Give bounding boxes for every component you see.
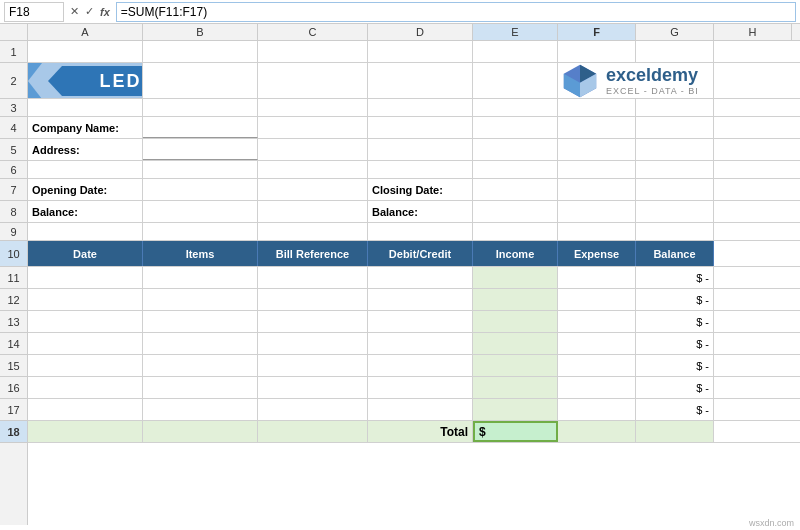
cell-h5[interactable]	[636, 139, 714, 160]
cell-h13-balance[interactable]: $ -	[636, 311, 714, 332]
cell-e17[interactable]	[368, 399, 473, 420]
row-num-7[interactable]: 7	[0, 179, 27, 201]
cell-g17[interactable]	[558, 399, 636, 420]
cell-d11[interactable]	[258, 267, 368, 288]
cell-d8[interactable]	[258, 201, 368, 222]
cell-h6[interactable]	[636, 161, 714, 178]
cell-c5-address-value[interactable]	[143, 139, 258, 160]
cell-c4-company-value[interactable]	[143, 117, 258, 138]
cell-g3[interactable]	[558, 99, 636, 116]
cell-d5[interactable]	[258, 139, 368, 160]
cell-h15-balance[interactable]: $ -	[636, 355, 714, 376]
cell-b17[interactable]	[28, 399, 143, 420]
cell-g5[interactable]	[558, 139, 636, 160]
row-num-2[interactable]: 2	[0, 63, 27, 99]
row-num-3[interactable]: 3	[0, 99, 27, 117]
cell-d4[interactable]	[258, 117, 368, 138]
col-header-d[interactable]: D	[368, 24, 473, 40]
cell-g1[interactable]	[558, 41, 636, 62]
cell-b15[interactable]	[28, 355, 143, 376]
cell-g11[interactable]	[558, 267, 636, 288]
col-header-g[interactable]: G	[636, 24, 714, 40]
cell-h12-balance[interactable]: $ -	[636, 289, 714, 310]
col-header-c[interactable]: C	[258, 24, 368, 40]
cell-e4[interactable]	[368, 117, 473, 138]
row-num-12[interactable]: 12	[0, 289, 27, 311]
cell-c6[interactable]	[143, 161, 258, 178]
cell-g4[interactable]	[558, 117, 636, 138]
cell-g14[interactable]	[558, 333, 636, 354]
col-header-e[interactable]: E	[473, 24, 558, 40]
cell-h18-total-balance[interactable]	[636, 421, 714, 442]
cell-h1[interactable]	[636, 41, 714, 62]
cell-d18[interactable]	[258, 421, 368, 442]
cell-f15[interactable]	[473, 355, 558, 376]
cell-h17-balance[interactable]: $ -	[636, 399, 714, 420]
cell-f13[interactable]	[473, 311, 558, 332]
cell-e12[interactable]	[368, 289, 473, 310]
cell-c11[interactable]	[143, 267, 258, 288]
cell-b1[interactable]	[28, 41, 143, 62]
cell-d13[interactable]	[258, 311, 368, 332]
cancel-icon[interactable]: ✕	[68, 5, 81, 18]
cell-b12[interactable]	[28, 289, 143, 310]
cell-f14[interactable]	[473, 333, 558, 354]
cell-b13[interactable]	[28, 311, 143, 332]
cell-f16[interactable]	[473, 377, 558, 398]
cell-e13[interactable]	[368, 311, 473, 332]
cell-e14[interactable]	[368, 333, 473, 354]
formula-input[interactable]	[116, 2, 796, 22]
row-num-10[interactable]: 10	[0, 241, 27, 267]
cell-f18-total-income[interactable]: $	[473, 421, 558, 442]
cell-f11[interactable]	[473, 267, 558, 288]
row-num-18[interactable]: 18	[0, 421, 27, 443]
cell-d9[interactable]	[258, 223, 368, 240]
cell-h11-balance[interactable]: $ -	[636, 267, 714, 288]
row-num-9[interactable]: 9	[0, 223, 27, 241]
cell-c7-opening-date-value[interactable]	[143, 179, 258, 200]
cell-h14-balance[interactable]: $ -	[636, 333, 714, 354]
cell-h16-balance[interactable]: $ -	[636, 377, 714, 398]
cell-b3[interactable]	[28, 99, 143, 116]
cell-c12[interactable]	[143, 289, 258, 310]
cell-g13[interactable]	[558, 311, 636, 332]
cell-d15[interactable]	[258, 355, 368, 376]
cell-g6[interactable]	[558, 161, 636, 178]
cell-e6[interactable]	[368, 161, 473, 178]
row-num-14[interactable]: 14	[0, 333, 27, 355]
cell-f9[interactable]	[473, 223, 558, 240]
cell-c17[interactable]	[143, 399, 258, 420]
row-num-8[interactable]: 8	[0, 201, 27, 223]
cell-f7-closing-date-value[interactable]	[473, 179, 558, 200]
cell-d12[interactable]	[258, 289, 368, 310]
cell-f3[interactable]	[473, 99, 558, 116]
cell-c9[interactable]	[143, 223, 258, 240]
cell-f2[interactable]	[473, 63, 558, 98]
cell-e9[interactable]	[368, 223, 473, 240]
cell-d14[interactable]	[258, 333, 368, 354]
cell-e2[interactable]	[368, 63, 473, 98]
cell-f12[interactable]	[473, 289, 558, 310]
cell-c15[interactable]	[143, 355, 258, 376]
cell-h2[interactable]	[636, 63, 714, 98]
cell-b16[interactable]	[28, 377, 143, 398]
cell-d1[interactable]	[258, 41, 368, 62]
cell-g15[interactable]	[558, 355, 636, 376]
cell-h4[interactable]	[636, 117, 714, 138]
row-num-11[interactable]: 11	[0, 267, 27, 289]
cell-h8[interactable]	[636, 201, 714, 222]
cell-c13[interactable]	[143, 311, 258, 332]
cell-c16[interactable]	[143, 377, 258, 398]
cell-b6[interactable]	[28, 161, 143, 178]
cell-d16[interactable]	[258, 377, 368, 398]
cell-b11[interactable]	[28, 267, 143, 288]
row-num-4[interactable]: 4	[0, 117, 27, 139]
cell-d2[interactable]	[258, 63, 368, 98]
cell-f6[interactable]	[473, 161, 558, 178]
row-num-6[interactable]: 6	[0, 161, 27, 179]
cell-d7[interactable]	[258, 179, 368, 200]
col-header-h[interactable]: H	[714, 24, 792, 40]
cell-c18[interactable]	[143, 421, 258, 442]
cell-e11[interactable]	[368, 267, 473, 288]
row-num-17[interactable]: 17	[0, 399, 27, 421]
